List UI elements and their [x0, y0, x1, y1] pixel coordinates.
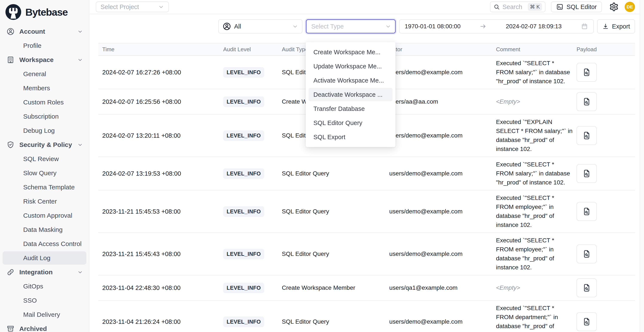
cell-actor: users/demo@example.com: [386, 69, 492, 76]
menu-item-activate-workspace-me[interactable]: Activate Workspace Me...: [309, 74, 392, 87]
sidebar-item-data-access-control[interactable]: Data Access Control: [2, 237, 86, 251]
cell-time: 2024-02-07 16:27:26 +08:00: [98, 69, 220, 76]
cell-audit-type: SQL Editor Query: [278, 318, 386, 325]
cell-actor: users/demo@example.com: [386, 318, 492, 325]
file-search-icon: [582, 169, 591, 178]
audit-level-badge: LEVEL_INFO: [223, 283, 264, 293]
sidebar-item-gitops[interactable]: GitOps: [2, 280, 86, 293]
cell-actor: users/demo@example.com: [386, 208, 492, 215]
cell-audit-type: SQL Editor Query: [278, 251, 386, 257]
cell-time: 2023-11-04 21:26:24 +08:00: [98, 318, 220, 325]
payload-view-button[interactable]: [576, 312, 597, 331]
sidebar-item-sso[interactable]: SSO: [2, 294, 86, 307]
table-row: 2024-02-07 13:19:53 +08:00LEVEL_INFOSQL …: [98, 157, 635, 190]
menu-item-create-workspace-me[interactable]: Create Workspace Me...: [309, 45, 392, 59]
avatar[interactable]: DE: [625, 2, 635, 12]
sidebar-item-archived[interactable]: Archived: [2, 322, 86, 332]
cell-time: 2024-02-07 13:19:53 +08:00: [98, 170, 220, 177]
cell-comment: <Empty>: [492, 97, 573, 106]
menu-item-transfer-database[interactable]: Transfer Database: [309, 102, 392, 115]
chevron-down-icon: [292, 23, 298, 29]
sql-editor-button[interactable]: SQL Editor: [551, 1, 602, 12]
page-scrollbar[interactable]: [640, 0, 644, 332]
cell-actor: users/demo@example.com: [386, 132, 492, 139]
column-header-payload: Payload: [573, 46, 635, 53]
date-range-picker[interactable]: 1970-01-01 08:00:00 2024-02-07 18:09:13: [399, 19, 594, 33]
audit-level-badge: LEVEL_INFO: [223, 130, 264, 141]
date-from-value: 1970-01-01 08:00:00: [405, 23, 460, 30]
menu-item-deactivate-workspace[interactable]: Deactivate Workspace ...: [309, 88, 392, 101]
brand-name: Bytebase: [25, 6, 68, 18]
cell-time: 2023-11-21 15:45:53 +08:00: [98, 208, 220, 215]
actor-filter-select[interactable]: All: [218, 19, 302, 33]
sidebar-item-account[interactable]: Account: [2, 25, 86, 38]
sidebar-item-profile[interactable]: Profile: [2, 39, 86, 52]
sidebar-item-sql-review[interactable]: SQL Review: [2, 152, 86, 166]
building-icon: [6, 56, 14, 64]
table-row: 2023-11-04 22:48:30 +08:00LEVEL_INFOCrea…: [98, 275, 635, 301]
arrow-right-icon: [480, 23, 486, 30]
audit-level-badge: LEVEL_INFO: [223, 168, 264, 179]
cell-time: 2023-11-04 22:48:30 +08:00: [98, 284, 220, 292]
type-filter-menu: Create Workspace Me...Update Workspace M…: [306, 42, 396, 147]
column-header-time: Time: [98, 46, 220, 53]
audit-level-badge: LEVEL_INFO: [223, 206, 264, 217]
payload-view-button[interactable]: [576, 244, 597, 263]
file-search-icon: [582, 97, 591, 106]
sidebar-item-debug-log[interactable]: Debug Log: [2, 124, 86, 137]
download-icon: [602, 23, 609, 30]
menu-item-sql-export[interactable]: SQL Export: [309, 130, 392, 144]
sidebar-item-schema-template[interactable]: Schema Template: [2, 180, 86, 194]
sidebar-item-subscription[interactable]: Subscription: [2, 110, 86, 123]
calendar-icon: [581, 23, 588, 30]
payload-view-button[interactable]: [576, 126, 597, 145]
search-input[interactable]: Search ⌘ K: [490, 1, 546, 12]
sidebar-item-workspace[interactable]: Workspace: [2, 53, 86, 66]
payload-view-button[interactable]: [576, 92, 597, 111]
sidebar-item-mail-delivery[interactable]: Mail Delivery: [2, 308, 86, 321]
sidebar-item-slow-query[interactable]: Slow Query: [2, 166, 86, 180]
cell-comment: Executed `"SELECT * FROM salary;"` in da…: [492, 59, 573, 86]
sidebar-item-custom-roles[interactable]: Custom Roles: [2, 96, 86, 109]
sidebar-item-general[interactable]: General: [2, 67, 86, 81]
sidebar-item-custom-approval[interactable]: Custom Approval: [2, 209, 86, 222]
table-row: 2023-11-04 21:26:24 +08:00LEVEL_INFOSQL …: [98, 301, 635, 332]
audit-level-badge: LEVEL_INFO: [223, 67, 264, 78]
file-search-icon: [582, 283, 591, 292]
sidebar-item-data-masking[interactable]: Data Masking: [2, 223, 86, 236]
project-select[interactable]: Select Project: [96, 1, 169, 12]
cell-audit-type: SQL Editor Query: [278, 170, 386, 177]
project-select-placeholder: Select Project: [100, 3, 139, 10]
cell-actor: users/demo@example.com: [386, 170, 492, 177]
audit-level-badge: LEVEL_INFO: [223, 249, 264, 259]
sidebar-item-integration[interactable]: Integration: [2, 266, 86, 279]
sidebar-item-members[interactable]: Members: [2, 81, 86, 95]
chevron-down-icon: [385, 23, 391, 29]
menu-item-sql-editor-query[interactable]: SQL Editor Query: [309, 116, 392, 130]
payload-view-button[interactable]: [576, 202, 597, 221]
payload-view-button[interactable]: [576, 164, 597, 183]
payload-view-button[interactable]: [576, 63, 597, 82]
column-header-comment: Comment: [492, 45, 573, 54]
column-header-actor: Actor: [386, 46, 492, 53]
user-circle-icon: [222, 22, 231, 31]
type-filter-select[interactable]: Select Type: [306, 19, 396, 33]
file-search-icon: [582, 131, 591, 140]
cell-actor: users/qa1@example.com: [386, 284, 492, 291]
cell-comment: Executed `"SELECT * FROM employee;"` in …: [492, 193, 573, 229]
cell-comment: Executed `"EXPLAIN SELECT * FROM salary;…: [492, 118, 573, 154]
export-button[interactable]: Export: [597, 19, 635, 33]
menu-item-update-workspace-me[interactable]: Update Workspace Me...: [309, 60, 392, 73]
chevron-down-icon: [77, 57, 83, 63]
cell-time: 2024-02-07 13:20:11 +08:00: [98, 132, 220, 139]
sidebar-item-risk-center[interactable]: Risk Center: [2, 195, 86, 208]
search-icon: [494, 4, 500, 10]
column-header-audit-level: Audit Level: [220, 46, 278, 53]
chevron-down-icon: [158, 4, 164, 10]
brand[interactable]: Bytebase: [0, 0, 89, 23]
sidebar-item-security-policy[interactable]: Security & Policy: [2, 138, 86, 152]
terminal-icon: [556, 3, 564, 10]
payload-view-button[interactable]: [576, 278, 597, 297]
gear-icon[interactable]: [609, 2, 619, 11]
sidebar-item-audit-log[interactable]: Audit Log: [2, 251, 86, 265]
